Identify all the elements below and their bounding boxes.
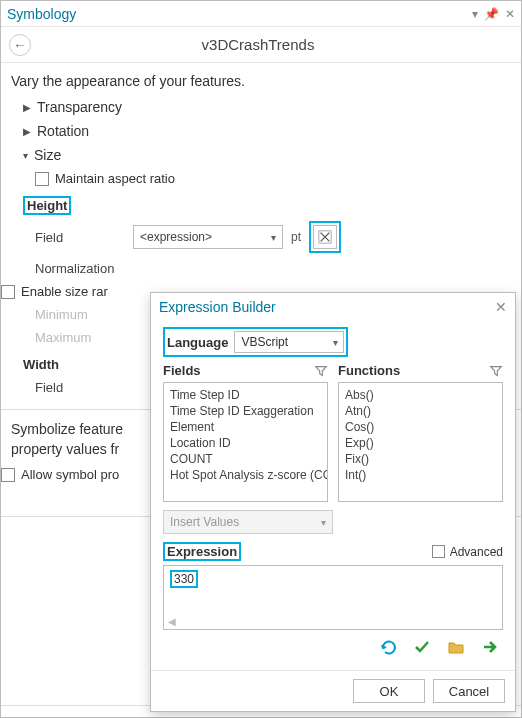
maximum-label: Maximum — [35, 330, 125, 345]
list-item[interactable]: Fix() — [345, 451, 496, 467]
field-label: Field — [35, 230, 125, 245]
maintain-aspect-label: Maintain aspect ratio — [55, 171, 175, 186]
fields-label: Fields — [163, 363, 314, 378]
expression-icon — [318, 230, 332, 244]
expression-builder-button[interactable] — [313, 225, 337, 249]
minimum-label: Minimum — [35, 307, 125, 322]
list-item[interactable]: Element — [170, 419, 321, 435]
fields-list[interactable]: Time Step ID Time Step ID Exaggeration E… — [163, 382, 328, 502]
list-headers: Fields Functions — [163, 363, 503, 378]
list-item[interactable]: Hot Spot Analysis z-score (COU — [170, 467, 321, 483]
cancel-button[interactable]: Cancel — [433, 679, 505, 703]
functions-label: Functions — [338, 363, 489, 378]
expression-label-row: Expression Advanced — [163, 542, 503, 561]
maintain-aspect-checkbox[interactable] — [35, 172, 49, 186]
close-pane-icon[interactable]: ✕ — [505, 7, 515, 21]
section-label: Rotation — [37, 123, 89, 139]
expression-button-highlight — [309, 221, 341, 253]
chevron-right-icon: ▶ — [23, 102, 31, 113]
dialog-titlebar: Expression Builder ✕ — [151, 293, 515, 321]
filter-icon[interactable] — [314, 364, 328, 378]
advanced-checkbox[interactable] — [432, 545, 445, 558]
field-combo[interactable]: <expression> — [133, 225, 283, 249]
insert-values-row: Insert Values — [163, 510, 503, 534]
layer-name: v3DCrashTrends — [31, 36, 485, 53]
dialog-buttons: OK Cancel — [151, 670, 515, 711]
height-heading: Height — [23, 198, 521, 213]
list-item[interactable]: Int() — [345, 467, 496, 483]
section-description: Vary the appearance of your features. — [1, 63, 521, 95]
validate-button[interactable] — [413, 638, 431, 656]
ok-button[interactable]: OK — [353, 679, 425, 703]
toolbar-icons — [163, 630, 503, 664]
list-item[interactable]: Location ID — [170, 435, 321, 451]
insert-values-label: Insert Values — [170, 515, 239, 529]
dialog-body: Language VBScript Fields Functions Time … — [151, 321, 515, 670]
field-value: <expression> — [140, 230, 212, 244]
fields-header: Fields — [163, 363, 328, 378]
enable-size-range-label: Enable size rar — [21, 284, 108, 299]
pane-header: ← v3DCrashTrends — [1, 27, 521, 63]
chevron-down-icon: ▾ — [23, 150, 28, 161]
allow-symbol-prop-checkbox[interactable] — [1, 468, 15, 482]
list-item[interactable]: Atn() — [345, 403, 496, 419]
list-item[interactable]: Cos() — [345, 419, 496, 435]
expression-builder-dialog: Expression Builder ✕ Language VBScript F… — [150, 292, 516, 712]
functions-header: Functions — [338, 363, 503, 378]
enable-size-range-checkbox[interactable] — [1, 285, 15, 299]
language-row: Language VBScript — [167, 331, 344, 353]
insert-values-combo[interactable]: Insert Values — [163, 510, 333, 534]
normalization-label: Normalization — [35, 261, 125, 276]
advanced-label: Advanced — [450, 545, 503, 559]
scroll-left-icon: ◀ — [168, 616, 176, 627]
field-unit: pt — [291, 230, 301, 244]
section-label: Transparency — [37, 99, 122, 115]
normalization-row: Normalization — [1, 257, 521, 280]
filter-icon[interactable] — [489, 364, 503, 378]
expression-textarea[interactable]: 330 ◀ — [163, 565, 503, 630]
symbolize-line1: Symbolize feature — [11, 421, 123, 437]
list-item[interactable]: Abs() — [345, 387, 496, 403]
allow-symbol-prop-label: Allow symbol pro — [21, 467, 119, 482]
language-label: Language — [167, 335, 228, 350]
pin-icon[interactable]: 📌 — [484, 7, 499, 21]
language-value: VBScript — [241, 335, 288, 349]
undo-button[interactable] — [379, 638, 397, 656]
expression-label-highlight: Expression — [163, 542, 241, 561]
list-item[interactable]: Time Step ID Exaggeration — [170, 403, 321, 419]
open-file-button[interactable] — [447, 638, 465, 656]
expression-value-highlight: 330 — [170, 570, 198, 588]
width-field-label: Field — [35, 380, 125, 395]
section-rotation[interactable]: ▶Rotation — [1, 119, 521, 143]
export-button[interactable] — [481, 638, 499, 656]
language-row-highlight: Language VBScript — [163, 327, 348, 357]
dialog-close-button[interactable]: ✕ — [495, 299, 507, 315]
maintain-aspect-row: Maintain aspect ratio — [35, 167, 521, 190]
section-label: Size — [34, 147, 61, 163]
dialog-title: Expression Builder — [159, 299, 276, 315]
pane-title: Symbology — [7, 6, 466, 22]
pane-titlebar: Symbology ▾ 📌 ✕ — [1, 1, 521, 27]
section-size[interactable]: ▾Size — [1, 143, 521, 167]
autohide-icon[interactable]: ▾ — [472, 7, 478, 21]
functions-list[interactable]: Abs() Atn() Cos() Exp() Fix() Int() — [338, 382, 503, 502]
chevron-right-icon: ▶ — [23, 126, 31, 137]
list-item[interactable]: Exp() — [345, 435, 496, 451]
section-transparency[interactable]: ▶Transparency — [1, 95, 521, 119]
advanced-row: Advanced — [432, 545, 503, 559]
language-combo[interactable]: VBScript — [234, 331, 344, 353]
back-button[interactable]: ← — [9, 34, 31, 56]
lists-container: Time Step ID Time Step ID Exaggeration E… — [163, 382, 503, 502]
field-row: Field <expression> pt — [1, 217, 521, 257]
list-item[interactable]: Time Step ID — [170, 387, 321, 403]
height-label-highlight: Height — [23, 196, 71, 215]
symbolize-line2: property values fr — [11, 441, 119, 457]
list-item[interactable]: COUNT — [170, 451, 321, 467]
